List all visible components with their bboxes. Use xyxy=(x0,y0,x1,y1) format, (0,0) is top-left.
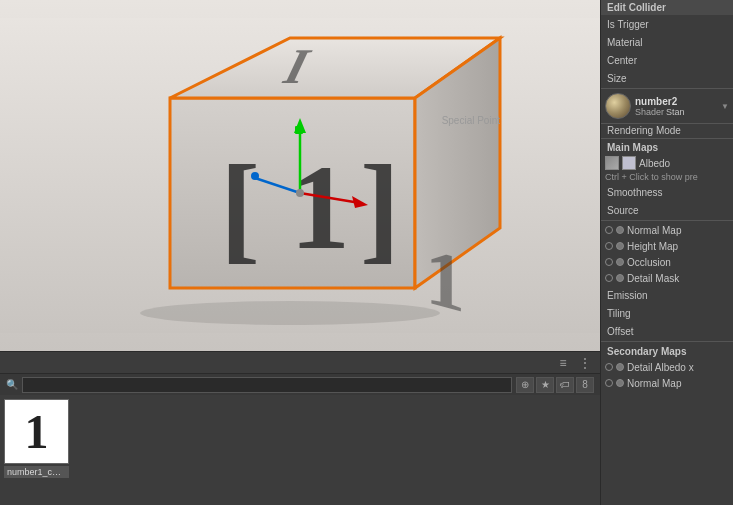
secondary-maps-header: Secondary Maps xyxy=(601,343,733,359)
material-info: number2 Shader Stan xyxy=(635,96,717,117)
svg-point-15 xyxy=(251,172,259,180)
source-label: Source xyxy=(607,205,727,216)
center-row: Center xyxy=(601,51,733,69)
material-row: Material xyxy=(601,33,733,51)
ctrl-hint: Ctrl + Click to show pre xyxy=(601,171,733,183)
source-row: Source xyxy=(601,201,733,219)
normal-map-circle[interactable] xyxy=(616,226,624,234)
albedo-texture-icon[interactable] xyxy=(605,156,619,170)
detail-albedo-label: Detail Albedo x xyxy=(627,362,694,373)
search-icon: 🔍 xyxy=(6,379,18,390)
scene-background: [ 1 ] I 1 xyxy=(0,0,600,351)
search-bar: 🔍 ⊕ ★ 🏷 8 xyxy=(0,373,600,395)
occlusion-row: Occlusion xyxy=(601,254,733,270)
size-label: Size xyxy=(607,73,727,84)
smoothness-row: Smoothness xyxy=(601,183,733,201)
viewport-toolbar: ≡ ⋮ xyxy=(0,351,600,373)
size-row: Size xyxy=(601,69,733,87)
svg-text:[: [ xyxy=(220,141,260,274)
normal-map2-checkbox[interactable] xyxy=(605,379,613,387)
albedo-color-swatch[interactable] xyxy=(622,156,636,170)
height-map-checkbox[interactable] xyxy=(605,242,613,250)
special-point-label: Special Point xyxy=(442,115,500,126)
svg-text:1: 1 xyxy=(425,230,465,330)
tiling-label: Tiling xyxy=(607,308,727,319)
tiling-row: Tiling xyxy=(601,304,733,322)
emission-label: Emission xyxy=(607,290,727,301)
normal-map2-circle[interactable] xyxy=(616,379,624,387)
expand-icon[interactable]: ▼ xyxy=(721,102,729,111)
emission-row: Emission xyxy=(601,286,733,304)
detail-mask-checkbox[interactable] xyxy=(605,274,613,282)
material-ball xyxy=(605,93,631,119)
asset-label: number1_comp xyxy=(4,466,69,478)
detail-mask-row: Detail Mask xyxy=(601,270,733,286)
toolbar-grid-icon[interactable]: ≡ xyxy=(554,354,572,372)
shader-row: Shader Stan xyxy=(635,107,717,117)
shader-label: Shader xyxy=(635,107,664,117)
detail-mask-label: Detail Mask xyxy=(627,273,679,284)
center-label: Center xyxy=(607,55,727,66)
favorite-icon[interactable]: ★ xyxy=(536,377,554,393)
material-header: number2 Shader Stan ▼ xyxy=(601,90,733,122)
normal-map-checkbox[interactable] xyxy=(605,226,613,234)
offset-label: Offset xyxy=(607,326,727,337)
svg-text:]: ] xyxy=(360,141,400,274)
tag-icon[interactable]: 🏷 xyxy=(556,377,574,393)
divider3 xyxy=(601,138,733,139)
normal-map2-row: Normal Map xyxy=(601,375,733,391)
albedo-row: Albedo xyxy=(601,155,733,171)
height-map-row: Height Map xyxy=(601,238,733,254)
normal-map-row: Normal Map xyxy=(601,222,733,238)
detail-mask-circle[interactable] xyxy=(616,274,624,282)
detail-albedo-circle[interactable] xyxy=(616,363,624,371)
main-maps-header: Main Maps xyxy=(601,140,733,155)
toolbar-more-icon[interactable]: ⋮ xyxy=(576,354,594,372)
divider1 xyxy=(601,88,733,89)
height-map-label: Height Map xyxy=(627,241,678,252)
occlusion-label: Occlusion xyxy=(627,257,671,268)
divider5 xyxy=(601,341,733,342)
rendering-mode-label: Rendering Mode xyxy=(601,125,733,137)
is-trigger-row: Is Trigger xyxy=(601,15,733,33)
edit-collider-header: Edit Collider xyxy=(601,0,733,15)
asset-thumbnail: 1 xyxy=(4,399,69,464)
asset-item[interactable]: 1 number1_comp xyxy=(4,399,69,478)
svg-point-1 xyxy=(140,301,440,325)
is-trigger-label: Is Trigger xyxy=(607,19,727,30)
main-container: [ 1 ] I 1 xyxy=(0,0,733,505)
viewport-area[interactable]: [ 1 ] I 1 xyxy=(0,0,600,351)
search-input[interactable] xyxy=(22,377,512,393)
detail-albedo-checkbox[interactable] xyxy=(605,363,613,371)
viewport-panel: [ 1 ] I 1 xyxy=(0,0,600,505)
asset-panel: 1 number1_comp xyxy=(0,395,600,505)
svg-point-16 xyxy=(296,189,304,197)
inspector-panel: Edit Collider Is Trigger Material Center… xyxy=(600,0,733,505)
occlusion-circle[interactable] xyxy=(616,258,624,266)
offset-row: Offset xyxy=(601,322,733,340)
search-actions: ⊕ ★ 🏷 8 xyxy=(516,377,594,393)
scene-svg: [ 1 ] I 1 xyxy=(0,0,600,351)
material-name: number2 xyxy=(635,96,717,107)
occlusion-checkbox[interactable] xyxy=(605,258,613,266)
normal-map2-label: Normal Map xyxy=(627,378,681,389)
svg-rect-17 xyxy=(295,126,303,134)
albedo-label: Albedo xyxy=(639,158,670,169)
detail-albedo-row: Detail Albedo x xyxy=(601,359,733,375)
smoothness-label: Smoothness xyxy=(607,187,727,198)
count-badge: 8 xyxy=(576,377,594,393)
normal-map-label: Normal Map xyxy=(627,225,681,236)
divider4 xyxy=(601,220,733,221)
material-label: Material xyxy=(607,37,727,48)
add-icon[interactable]: ⊕ xyxy=(516,377,534,393)
divider2 xyxy=(601,123,733,124)
shader-value: Stan xyxy=(666,107,685,117)
height-map-circle[interactable] xyxy=(616,242,624,250)
